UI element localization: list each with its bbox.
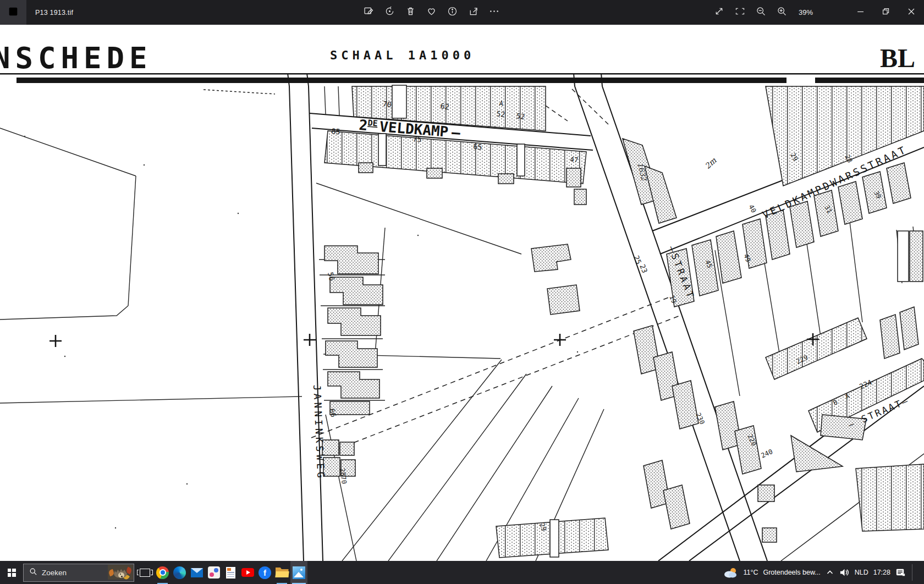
rotate-button[interactable] [381,4,398,21]
taskbar-item-facebook[interactable] [256,561,273,584]
rotate-icon [384,5,395,19]
zoom-in-icon [776,5,788,19]
volume-button[interactable] [839,568,850,577]
map-scale-label: SCHAAL 1A1000 [330,48,475,62]
tray-separator [912,564,912,581]
fit-to-window-icon [734,5,746,19]
restore-button[interactable] [873,0,899,25]
document-icon [226,567,235,579]
heart-icon [426,5,437,19]
favorite-button[interactable] [423,4,439,21]
photos-icon [293,566,305,579]
titlebar: P13 1913.tif 39% [0,0,924,25]
plot-number: 65 [473,142,483,151]
restore-icon [881,6,892,19]
edit-image-icon [363,5,375,19]
file-explorer-icon [276,568,289,577]
chrome-icon [156,566,169,579]
plot-number: 85 [331,126,341,136]
search-placeholder: Zoeken [42,569,67,577]
taskbar-item-chrome[interactable] [154,561,171,584]
info-icon [447,5,458,19]
share-button[interactable] [465,4,481,21]
taskbar-item-paint3d[interactable] [205,561,222,584]
close-icon [906,6,917,19]
plot-number: 56 [326,272,336,282]
map-image[interactable]: NSCHEDE SCHAAL 1A1000 BL [0,25,924,561]
action-center-icon [895,568,906,578]
windows-logo-icon [8,569,16,577]
minimize-icon [855,6,866,19]
taskbar-item-mail[interactable] [188,561,205,584]
veldkamp-dash: — [451,124,461,141]
taskbar-item-document[interactable] [222,561,239,584]
show-desktop-button[interactable] [917,561,921,584]
clock[interactable]: 17:28 [873,569,890,576]
app-logo-button[interactable] [0,0,26,25]
tray-weather-text[interactable]: Grotendeels bew... [763,569,820,576]
task-view-button[interactable] [136,561,153,584]
zoom-level: 39% [799,8,813,16]
start-button[interactable] [0,561,23,584]
info-button[interactable] [444,4,460,21]
zoom-in-button[interactable] [773,4,790,21]
share-icon [468,5,479,19]
ellipsis-icon [488,5,500,19]
minimize-button[interactable] [848,0,873,25]
mail-icon [191,568,203,577]
search-box[interactable]: Zoeken [23,564,134,582]
close-button[interactable] [899,0,924,25]
delete-button[interactable] [402,4,419,21]
taskbar-item-edge[interactable] [171,561,188,584]
plot-number: 52 [516,112,526,121]
task-view-icon [140,569,150,577]
plot-number: 70 [382,99,392,109]
taskbar-item-youtube[interactable] [239,561,256,584]
chevron-up-icon [826,568,834,577]
map-title-left: NSCHEDE [0,41,152,75]
plot-number: 75 [413,134,422,144]
more-options-button[interactable] [486,4,502,21]
language-indicator[interactable]: NLD [855,569,868,576]
veldkamp-prefix: 2 [359,117,369,134]
youtube-icon [241,568,254,577]
taskbar: Zoeken 11°C Grotendeels bew... NLD 17:28 [0,561,924,584]
search-icon [29,568,37,578]
action-center-button[interactable] [895,568,906,578]
weather-icon[interactable] [724,567,738,578]
tray-expand-button[interactable] [826,568,834,577]
fullscreen-button[interactable] [711,4,727,21]
tray-temperature[interactable]: 11°C [743,569,758,576]
photos-app-icon [7,5,19,20]
taskbar-item-file-explorer[interactable] [273,561,290,584]
zoom-out-icon [755,5,767,19]
plot-number: 47 [570,155,579,164]
zoom-out-button[interactable] [752,4,769,21]
image-viewer-canvas[interactable]: NSCHEDE SCHAAL 1A1000 BL [0,25,924,561]
veldkamp-superscript: DE [367,118,378,128]
taskbar-item-photos[interactable] [290,561,307,584]
fit-to-window-button[interactable] [732,4,748,21]
window-title: P13 1913.tif [35,9,73,16]
search-highlight-hedgehog-icon[interactable] [108,565,133,580]
speaker-icon [839,568,850,577]
fullscreen-icon [713,5,725,19]
plot-number: 62 [440,101,450,111]
system-tray: 11°C Grotendeels bew... NLD 17:28 [724,561,921,584]
trash-icon [405,5,416,19]
edge-icon [173,566,186,579]
facebook-icon [258,566,271,579]
taskbar-apps [154,561,307,584]
paint3d-icon [208,566,220,579]
edit-image-button[interactable] [360,4,377,21]
plot-number: 52 [496,109,506,119]
plot-number: 66 [328,408,338,418]
map-title-right: BL [880,43,915,73]
